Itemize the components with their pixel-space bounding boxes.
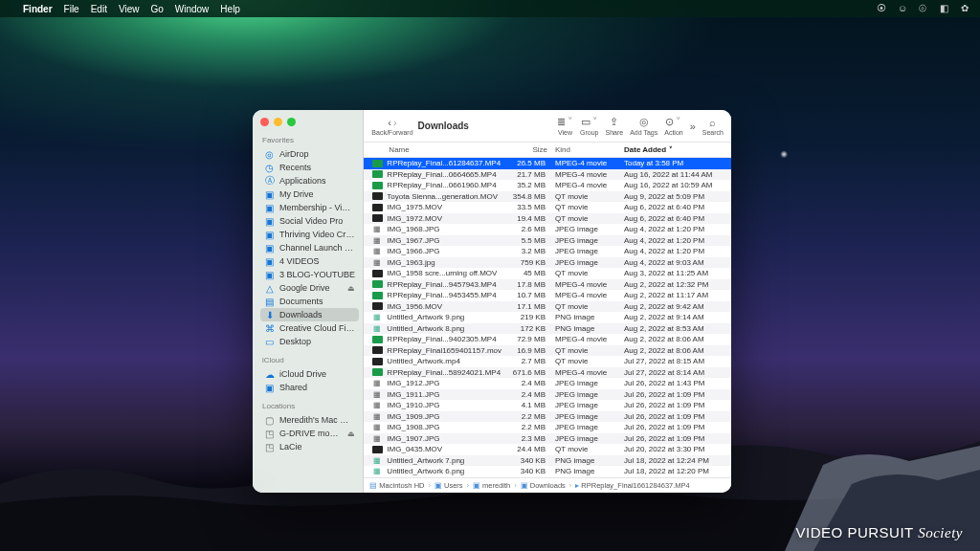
file-row[interactable]: RPReplay_Final1659401157.mov16.9 MBQT mo… [364,345,731,357]
sidebar-item-downloads[interactable]: ⬇Downloads [260,308,359,321]
sidebar-item-creative-cloud-files[interactable]: ⌘Creative Cloud Files [260,321,359,335]
file-list[interactable]: RPReplay_Final...61284637.MP426.5 MBMPEG… [364,158,731,477]
action-button[interactable]: ⊙ ˅Action [664,116,682,136]
folder-icon: ▣ [264,203,275,213]
menu-file[interactable]: File [64,4,79,14]
file-row[interactable]: IMG_1909.JPG2.2 MBJPEG imageJul 26, 2022… [364,411,731,423]
sidebar-item-documents[interactable]: ▤Documents [260,295,359,308]
file-row[interactable]: IMG_1972.MOV19.4 MBQT movieAug 6, 2022 a… [364,213,731,225]
file-name: IMG_1910.JPG [387,401,501,409]
file-row[interactable]: IMG_1966.JPG3.2 MBJPEG imageAug 4, 2022 … [364,246,731,257]
col-date[interactable]: Date Added˅ [616,145,724,154]
sidebar-item-recents[interactable]: ◷Recents [260,161,359,174]
sidebar-item-thriving-video-creator-c[interactable]: ▣Thriving Video Creator Camp [260,228,359,241]
file-row[interactable]: RPReplay_Final...0664665.MP421.7 MBMPEG-… [364,169,731,181]
file-row[interactable]: RPReplay_Final...58924021.MP4671.6 MBMPE… [364,367,731,379]
file-row[interactable]: IMG_1907.JPG2.3 MBJPEG imageJul 26, 2022… [364,433,731,445]
file-row[interactable]: RPReplay_Final...9453455.MP410.7 MBMPEG-… [364,290,731,301]
file-kind: MPEG-4 movie [547,181,616,189]
settings-icon[interactable]: ✿ [961,3,972,14]
down-icon: ⬇ [264,310,275,320]
sidebar-item-applications[interactable]: ⒶApplications [260,174,359,187]
menu-view[interactable]: View [119,4,140,14]
path-segment[interactable]: ▣Users [434,481,463,490]
sidebar-item-meredith-s-mac-mini[interactable]: ▢Meredith's Mac mini [260,413,359,427]
file-row[interactable]: IMG_1908.JPG2.2 MBJPEG imageJul 26, 2022… [364,422,731,433]
menu-window[interactable]: Window [175,4,210,14]
menu-help[interactable]: Help [220,4,240,14]
file-row[interactable]: RPReplay_Final...0661960.MP435.2 MBMPEG-… [364,180,731,191]
tags-button[interactable]: ◎Add Tags [630,116,657,136]
file-icon [371,279,383,289]
sidebar-item-3-blog-youtube[interactable]: ▣3 BLOG-YOUTUBE [260,268,359,281]
path-segment[interactable]: ▸RPReplay_Final1661284637.MP4 [575,481,689,490]
file-row[interactable]: Untitled_Artwork 9.png219 KBPNG imageAug… [364,312,731,323]
eject-icon[interactable]: ⏏ [347,430,355,438]
file-row[interactable]: RPReplay_Final...61284637.MP426.5 MBMPEG… [364,158,731,169]
sidebar-item-my-drive[interactable]: ▣My Drive [260,187,359,201]
path-segment[interactable]: ▤Macintosh HD [369,481,424,490]
file-row[interactable]: IMG_1967.JPG5.5 MBJPEG imageAug 4, 2022 … [364,235,731,247]
back-forward-buttons[interactable]: ‹ › Back/Forward [371,117,412,136]
file-row[interactable]: IMG_1911.JPG2.4 MBJPEG imageJul 26, 2022… [364,389,731,401]
file-row[interactable]: Untitled_Artwork 7.png340 KBPNG imageJul… [364,455,731,467]
file-name: Untitled_Artwork 9.png [387,313,501,321]
search-button[interactable]: ⌕Search [702,117,724,136]
path-segment[interactable]: ▣Downloads [521,481,566,490]
sidebar-item-lacie[interactable]: ◳LaCie [260,440,359,453]
file-icon [371,159,383,168]
file-row[interactable]: IMG_0435.MOV24.4 MBQT movieJul 20, 2022 … [364,444,731,455]
path-bar[interactable]: ▤Macintosh HD›▣Users›▣meredith›▣Download… [364,477,731,493]
share-button[interactable]: ⇪Share [605,116,623,136]
sidebar-item-membership-video-pursuit[interactable]: ▣Membership - Video Pursuit So... [260,201,359,214]
menu-go[interactable]: Go [150,4,163,14]
col-name[interactable]: Name [371,145,501,154]
eject-icon[interactable]: ⏏ [347,284,355,293]
file-row[interactable]: Toyota Sienna...generation.MOV354.8 MBQT… [364,191,731,203]
sidebar-item-google-drive[interactable]: △Google Drive⏏ [260,281,359,295]
user-icon[interactable]: ☺ [898,3,909,14]
file-row[interactable]: IMG_1968.JPG2.6 MBJPEG imageAug 4, 2022 … [364,224,731,235]
column-headers[interactable]: Name Size Kind Date Added˅ [364,143,731,158]
close-button[interactable] [260,118,269,126]
file-name: Untitled_Artwork 6.png [387,467,501,475]
file-row[interactable]: IMG_1963.jpg759 KBJPEG imageAug 4, 2022 … [364,257,731,269]
col-kind[interactable]: Kind [547,145,616,154]
control-center-icon[interactable]: ◧ [940,3,951,14]
sidebar-item-g-drive-mobile-usb-c[interactable]: ◳G-DRIVE mobile USB-C⏏ [260,427,359,440]
file-row[interactable]: IMG_1910.JPG4.1 MBJPEG imageJul 26, 2022… [364,400,731,411]
file-icon [371,191,383,201]
file-row[interactable]: Untitled_Artwork.mp42.7 MBQT movieJul 27… [364,356,731,367]
sidebar-item-4-videos[interactable]: ▣4 VIDEOS [260,254,359,268]
sidebar-item-desktop[interactable]: ▭Desktop [260,335,359,348]
zoom-button[interactable] [287,118,296,126]
sidebar-item-shared[interactable]: ▣Shared [260,381,359,394]
more-button[interactable]: » [690,121,696,132]
file-row[interactable]: Untitled_Artwork 6.png340 KBPNG imageJul… [364,466,731,477]
menu-edit[interactable]: Edit [91,4,107,14]
file-row[interactable]: IMG_1912.JPG2.4 MBJPEG imageJul 26, 2022… [364,378,731,389]
screen-record-icon[interactable]: ⦿ [877,3,888,14]
file-row[interactable]: IMG_1958 scre...urning off.MOV45 MBQT mo… [364,268,731,279]
file-icon [371,247,383,256]
file-size: 21.7 MB [501,170,547,179]
view-button[interactable]: ≣ ˅View [557,116,573,136]
col-size[interactable]: Size [501,145,547,154]
sidebar-item-social-video-pro[interactable]: ▣Social Video Pro [260,214,359,228]
path-segment[interactable]: ▣meredith [473,481,510,490]
menu-app[interactable]: Finder [23,4,53,14]
file-size: 5.5 MB [501,236,547,245]
wifi-icon[interactable]: ⦾ [919,3,930,14]
file-row[interactable]: IMG_1975.MOV33.5 MBQT movieAug 6, 2022 a… [364,202,731,213]
group-button[interactable]: ▭ ˅Group [580,116,598,136]
file-row[interactable]: IMG_1956.MOV17.1 MBQT movieAug 2, 2022 a… [364,301,731,313]
minimize-button[interactable] [274,118,282,126]
sidebar-item-channel-launch-statup[interactable]: ▣Channel Launch Statup [260,241,359,254]
sidebar-item-icloud-drive[interactable]: ☁iCloud Drive [260,367,359,381]
doc-icon: ▤ [264,297,275,307]
file-row[interactable]: RPReplay_Final...9457943.MP417.8 MBMPEG-… [364,279,731,291]
sidebar-item-airdrop[interactable]: ◎AirDrop [260,147,359,161]
file-size: 219 KB [501,313,547,321]
file-row[interactable]: RPReplay_Final...9402305.MP472.9 MBMPEG-… [364,334,731,345]
file-row[interactable]: Untitled_Artwork 8.png172 KBPNG imageAug… [364,323,731,335]
